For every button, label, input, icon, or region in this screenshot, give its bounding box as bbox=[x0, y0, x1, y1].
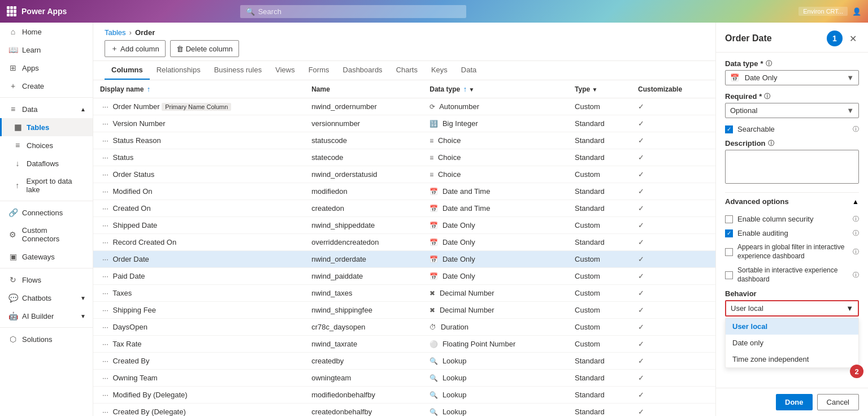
tab-views[interactable]: Views bbox=[268, 61, 301, 80]
enable-auditing-checkbox[interactable] bbox=[725, 229, 733, 237]
advanced-options-header[interactable]: Advanced options ▲ bbox=[725, 192, 859, 210]
behavior-option-timezone-independent[interactable]: Time zone independent bbox=[726, 351, 858, 367]
app-launcher-button[interactable] bbox=[7, 6, 17, 16]
panel-close-button[interactable]: ✕ bbox=[847, 31, 859, 46]
table-row[interactable]: ··· Created On createdon 📅 Date and Time… bbox=[93, 200, 715, 217]
description-textarea[interactable] bbox=[725, 150, 859, 184]
table-row[interactable]: ··· Tax Rate nwind_taxrate ⚪ Floating Po… bbox=[93, 336, 715, 353]
data-type-select[interactable]: 📅 Date Only ▼ bbox=[725, 70, 859, 85]
data-type-info-icon[interactable]: ⓘ bbox=[766, 59, 772, 68]
table-row[interactable]: ··· Status Reason statuscode ≡ Choice St… bbox=[93, 132, 715, 149]
col-header-name[interactable]: Name bbox=[305, 80, 423, 98]
breadcrumb-parent[interactable]: Tables bbox=[105, 28, 126, 37]
row-menu-icon[interactable]: ··· bbox=[100, 391, 111, 399]
appears-filter-info-icon[interactable]: ⓘ bbox=[853, 248, 859, 256]
sidebar-item-chatbots[interactable]: 💬 Chatbots ▼ bbox=[0, 289, 93, 307]
behavior-option-date-only[interactable]: Date only bbox=[726, 335, 858, 351]
col-header-data-type[interactable]: Data type ↑ ▼ bbox=[423, 80, 568, 98]
col-header-display-name[interactable]: Display name ↑ bbox=[93, 80, 305, 98]
sortable-checkbox[interactable] bbox=[725, 271, 733, 279]
row-menu-icon[interactable]: ··· bbox=[100, 272, 111, 280]
required-select[interactable]: Optional ▼ bbox=[725, 103, 859, 118]
row-menu-icon[interactable]: ··· bbox=[100, 357, 111, 365]
searchable-checkbox[interactable] bbox=[725, 125, 733, 133]
table-row[interactable]: ··· Owning Team owningteam 🔍 Lookup Stan… bbox=[93, 370, 715, 387]
table-row[interactable]: ··· Modified By (Delegate) modifiedonbeh… bbox=[93, 387, 715, 404]
table-row[interactable]: ··· Created By createdby 🔍 Lookup Standa… bbox=[93, 353, 715, 370]
tab-forms[interactable]: Forms bbox=[302, 61, 336, 80]
table-row[interactable]: ··· Order Number Primary Name Column nwi… bbox=[93, 98, 715, 115]
table-row[interactable]: ··· Taxes nwind_taxes ✖ Decimal Number C… bbox=[93, 285, 715, 302]
sidebar-item-flows[interactable]: ↻ Flows bbox=[0, 271, 93, 289]
sidebar-item-connections[interactable]: 🔗 Connections bbox=[0, 203, 93, 222]
required-info-icon[interactable]: ⓘ bbox=[764, 92, 770, 101]
column-security-info-icon[interactable]: ⓘ bbox=[853, 215, 859, 223]
row-menu-icon[interactable]: ··· bbox=[100, 306, 111, 314]
sidebar-item-custom-connectors[interactable]: ⚙ Custom Connectors bbox=[0, 222, 93, 248]
tab-charts[interactable]: Charts bbox=[389, 61, 424, 80]
table-row[interactable]: ··· Order Status nwind_orderstatusid ≡ C… bbox=[93, 166, 715, 183]
sidebar-item-tables[interactable]: ▦ Tables bbox=[0, 118, 93, 136]
cell-name: nwind_shippeddate bbox=[305, 217, 423, 234]
delete-column-button[interactable]: 🗑 Delete column bbox=[170, 40, 239, 57]
table-row[interactable]: ··· Modified On modifiedon 📅 Date and Ti… bbox=[93, 183, 715, 200]
appears-filter-checkbox[interactable] bbox=[725, 248, 733, 256]
sidebar-item-gateways[interactable]: ▣ Gateways bbox=[0, 248, 93, 266]
sidebar-item-data[interactable]: ≡ Data ▲ bbox=[0, 100, 93, 118]
row-menu-icon[interactable]: ··· bbox=[100, 204, 111, 213]
row-menu-icon[interactable]: ··· bbox=[100, 408, 111, 416]
row-menu-icon[interactable]: ··· bbox=[100, 255, 111, 263]
table-row[interactable]: ··· Version Number versionnumber 🔢 Big I… bbox=[93, 115, 715, 132]
sidebar-item-learn[interactable]: 📖 Learn bbox=[0, 41, 93, 59]
sidebar-item-dataflows[interactable]: ↓ Dataflows bbox=[0, 154, 93, 172]
row-menu-icon[interactable]: ··· bbox=[100, 187, 111, 196]
table-row[interactable]: ··· Shipping Fee nwind_shippingfee ✖ Dec… bbox=[93, 302, 715, 319]
sidebar-item-ai-builder[interactable]: 🤖 AI Builder ▼ bbox=[0, 307, 93, 325]
row-menu-icon[interactable]: ··· bbox=[100, 340, 111, 348]
table-row[interactable]: ··· Paid Date nwind_paiddate 📅 Date Only… bbox=[93, 268, 715, 285]
table-row[interactable]: ··· Created By (Delegate) createdonbehal… bbox=[93, 404, 715, 417]
table-row[interactable]: ··· Status statecode ≡ Choice Standard ✓ bbox=[93, 149, 715, 166]
behavior-select[interactable]: User local ▼ bbox=[725, 300, 859, 317]
row-menu-icon[interactable]: ··· bbox=[100, 374, 111, 382]
done-button[interactable]: Done bbox=[776, 394, 813, 410]
sidebar-item-choices[interactable]: ≡ Choices bbox=[0, 136, 93, 154]
sidebar-item-export[interactable]: ↑ Export to data lake bbox=[0, 172, 93, 198]
tab-columns[interactable]: Columns bbox=[105, 61, 150, 80]
table-row[interactable]: ··· Record Created On overriddencreatedo… bbox=[93, 234, 715, 251]
row-menu-icon[interactable]: ··· bbox=[100, 289, 111, 297]
tab-relationships[interactable]: Relationships bbox=[150, 61, 207, 80]
col-header-type[interactable]: Type ▼ bbox=[568, 80, 631, 98]
auditing-info-icon[interactable]: ⓘ bbox=[853, 229, 859, 237]
tab-data[interactable]: Data bbox=[454, 61, 483, 80]
row-menu-icon[interactable]: ··· bbox=[100, 153, 111, 162]
enable-column-security-checkbox[interactable] bbox=[725, 215, 733, 223]
row-menu-icon[interactable]: ··· bbox=[100, 102, 111, 111]
row-menu-icon[interactable]: ··· bbox=[100, 323, 111, 331]
searchable-info-icon[interactable]: ⓘ bbox=[853, 125, 859, 133]
tab-dashboards[interactable]: Dashboards bbox=[336, 61, 389, 80]
table-row[interactable]: ··· DaysOpen cr78c_daysopen ⏱ Duration C… bbox=[93, 319, 715, 336]
table-row[interactable]: ··· Shipped Date nwind_shippeddate 📅 Dat… bbox=[93, 217, 715, 234]
col-header-customizable[interactable]: Customizable bbox=[631, 80, 715, 98]
row-menu-icon[interactable]: ··· bbox=[100, 119, 111, 128]
row-menu-icon[interactable]: ··· bbox=[100, 221, 111, 229]
user-avatar[interactable]: 👤 bbox=[852, 7, 861, 16]
row-menu-icon[interactable]: ··· bbox=[100, 238, 111, 246]
description-info-icon[interactable]: ⓘ bbox=[768, 139, 774, 148]
sidebar-item-solutions[interactable]: ⬡ Solutions bbox=[0, 330, 93, 348]
sidebar-item-apps[interactable]: ⊞ Apps bbox=[0, 59, 93, 77]
cancel-button[interactable]: Cancel bbox=[817, 394, 859, 410]
row-menu-icon[interactable]: ··· bbox=[100, 170, 111, 179]
table-row[interactable]: ··· Order Date nwind_orderdate 📅 Date On… bbox=[93, 251, 715, 268]
search-bar[interactable]: 🔍 bbox=[240, 5, 466, 18]
behavior-option-user-local[interactable]: User local bbox=[726, 318, 858, 335]
add-column-button[interactable]: ＋ Add column bbox=[105, 40, 166, 57]
search-input[interactable] bbox=[258, 7, 461, 16]
sidebar-item-home[interactable]: ⌂ Home bbox=[0, 23, 93, 41]
tab-business-rules[interactable]: Business rules bbox=[207, 61, 269, 80]
row-menu-icon[interactable]: ··· bbox=[100, 136, 111, 145]
sidebar-item-create[interactable]: + Create bbox=[0, 77, 93, 95]
tab-keys[interactable]: Keys bbox=[424, 61, 454, 80]
sortable-info-icon[interactable]: ⓘ bbox=[853, 271, 859, 279]
